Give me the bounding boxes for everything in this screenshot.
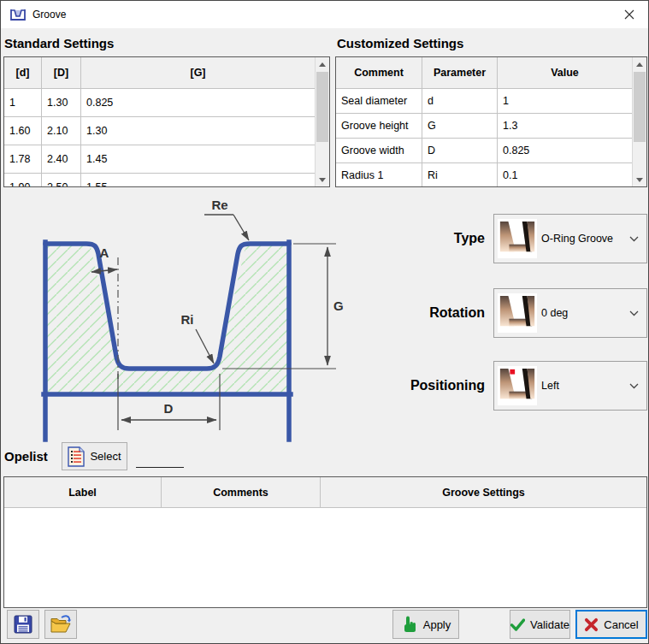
rotation-dropdown[interactable]: 0 deg xyxy=(493,288,647,338)
col-header-d: [d] xyxy=(4,57,42,89)
cell[interactable]: 2.50 xyxy=(42,174,81,186)
x-cancel-icon xyxy=(584,617,599,632)
cell[interactable]: Groove height xyxy=(336,114,422,139)
type-label: Type xyxy=(454,214,485,263)
table-row[interactable]: Radius 1 Ri 0.1 xyxy=(336,163,632,186)
opelist-label: Opelist xyxy=(4,440,48,471)
cell[interactable]: Ri xyxy=(422,163,498,186)
col-header-label: Label xyxy=(4,477,162,508)
standard-settings-heading: Standard Settings xyxy=(4,36,114,50)
col-header-groove-settings: Groove Settings xyxy=(321,477,646,508)
customized-settings-heading: Customized Settings xyxy=(337,36,463,50)
validate-button[interactable]: Validate xyxy=(510,610,570,639)
apply-button-label: Apply xyxy=(423,618,451,631)
cell[interactable]: 1 xyxy=(4,89,42,117)
window-title: Groove xyxy=(32,9,66,21)
col-header-D: [D] xyxy=(42,57,81,89)
save-floppy-icon xyxy=(13,614,33,635)
positioning-value: Left xyxy=(541,380,629,392)
cell[interactable]: Groove width xyxy=(336,139,422,163)
table-header-row: Comment Parameter Value xyxy=(336,57,632,89)
scroll-up-icon[interactable] xyxy=(316,57,329,71)
hand-pointer-icon xyxy=(401,615,418,634)
cell[interactable]: D xyxy=(422,139,498,163)
table-row[interactable]: Seal diameter d 1 xyxy=(336,89,632,114)
title-bar: Groove xyxy=(1,1,648,28)
groove-app-icon xyxy=(9,7,27,22)
cell[interactable]: 0.825 xyxy=(498,139,632,163)
cell[interactable]: 1.30 xyxy=(81,117,315,145)
cell[interactable]: 1.45 xyxy=(81,145,315,174)
col-header-parameter: Parameter xyxy=(422,57,498,89)
type-dropdown[interactable]: O-Ring Groove xyxy=(493,214,647,263)
rotation-label: Rotation xyxy=(429,288,485,338)
validate-button-label: Validate xyxy=(530,618,569,631)
col-header-comment: Comment xyxy=(336,57,422,89)
cell[interactable]: d xyxy=(422,89,498,114)
cell[interactable]: 1.3 xyxy=(498,114,632,139)
col-header-comments: Comments xyxy=(162,477,321,508)
table-header-row: [d] [D] [G] xyxy=(4,57,315,89)
select-button-label: Select xyxy=(90,450,121,463)
label-Ri: Ri xyxy=(181,312,194,327)
cell[interactable]: 1.78 xyxy=(4,145,42,174)
table-row[interactable]: Groove width D 0.825 xyxy=(336,139,632,163)
table-row[interactable]: 1.90 2.50 1.55 xyxy=(4,174,315,186)
close-icon xyxy=(624,9,634,20)
table-row[interactable]: 1.78 2.40 1.45 xyxy=(4,145,315,174)
vertical-scrollbar[interactable] xyxy=(632,57,646,186)
positioning-label: Positioning xyxy=(410,361,485,411)
apply-button[interactable]: Apply xyxy=(392,610,459,639)
scroll-up-icon[interactable] xyxy=(633,57,646,71)
list-document-icon xyxy=(68,446,85,467)
position-marker-dot xyxy=(510,369,515,375)
open-folder-icon xyxy=(50,614,72,635)
label-Re: Re xyxy=(211,198,227,212)
cell[interactable]: 1.55 xyxy=(81,174,315,186)
customized-settings-table: Comment Parameter Value Seal diameter d … xyxy=(335,56,647,187)
groove-rotation-thumbnail-icon xyxy=(498,293,537,333)
cell[interactable]: 1 xyxy=(498,89,632,114)
cancel-button[interactable]: Cancel xyxy=(575,610,647,639)
scroll-down-icon[interactable] xyxy=(316,173,329,186)
cell[interactable]: 1.90 xyxy=(4,174,42,186)
cell[interactable]: Seal diameter xyxy=(336,89,422,114)
opelist-table: Label Comments Groove Settings xyxy=(3,476,647,608)
close-button[interactable] xyxy=(610,1,648,27)
cell[interactable]: 1.30 xyxy=(42,89,81,117)
cell[interactable]: Radius 1 xyxy=(336,163,422,186)
label-D: D xyxy=(164,401,174,416)
scroll-down-icon[interactable] xyxy=(633,173,646,186)
select-button[interactable]: Select xyxy=(62,442,127,470)
cell[interactable]: 2.40 xyxy=(42,145,81,174)
save-button[interactable] xyxy=(7,610,39,639)
type-value: O-Ring Groove xyxy=(541,233,629,245)
col-header-value: Value xyxy=(498,57,632,89)
chevron-down-icon xyxy=(629,236,639,242)
cell[interactable]: 2.10 xyxy=(42,117,81,145)
table-row[interactable]: Groove height G 1.3 xyxy=(336,114,632,139)
cell[interactable]: G xyxy=(422,114,498,139)
check-icon xyxy=(510,617,525,632)
standard-settings-table: [d] [D] [G] 1 1.30 0.825 1.60 2.10 1.30 … xyxy=(3,56,330,187)
positioning-dropdown[interactable]: Left xyxy=(493,361,647,411)
groove-dialog: Groove Standard Settings Customized Sett… xyxy=(0,0,649,644)
scrollbar-thumb[interactable] xyxy=(634,72,646,142)
cell[interactable]: 0.825 xyxy=(81,89,315,117)
groove-cross-section-diagram: Re A Ri G D xyxy=(1,194,381,446)
table-row[interactable]: 1 1.30 0.825 xyxy=(4,89,315,117)
cell[interactable]: 1.60 xyxy=(4,117,42,145)
opelist-underline xyxy=(136,467,184,468)
col-header-G: [G] xyxy=(81,57,315,89)
table-header-row: Label Comments Groove Settings xyxy=(4,477,646,508)
vertical-scrollbar[interactable] xyxy=(315,57,329,186)
label-A: A xyxy=(100,245,109,260)
cell[interactable]: 0.1 xyxy=(498,163,632,186)
table-row[interactable]: 1.60 2.10 1.30 xyxy=(4,117,315,145)
rotation-value: 0 deg xyxy=(541,307,629,319)
chevron-down-icon xyxy=(629,383,639,389)
chevron-down-icon xyxy=(629,310,639,316)
cancel-button-label: Cancel xyxy=(604,618,638,631)
scrollbar-thumb[interactable] xyxy=(316,72,328,142)
open-button[interactable] xyxy=(44,610,77,639)
